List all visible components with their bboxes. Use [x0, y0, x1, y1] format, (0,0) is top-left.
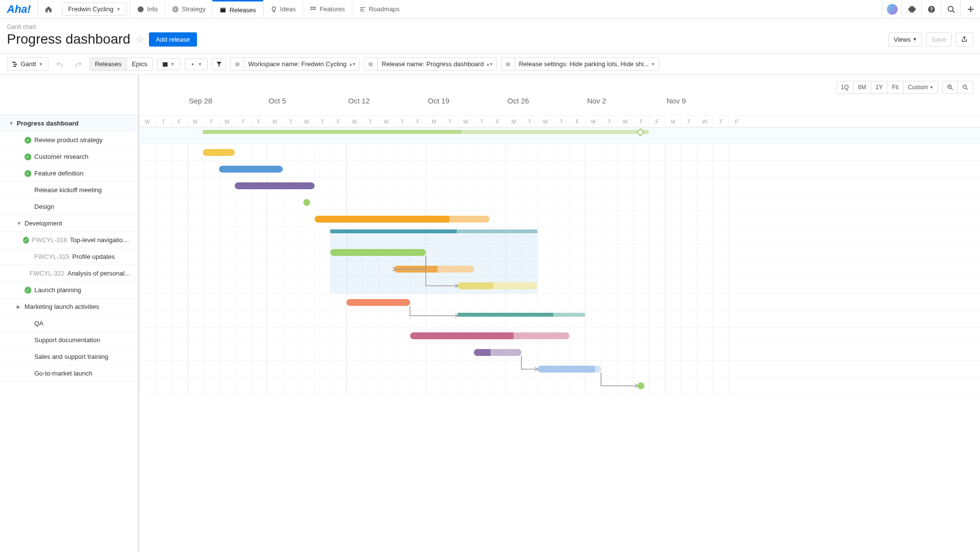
add-button[interactable] — [960, 0, 980, 18]
task-label: Progress dashboard — [17, 120, 78, 127]
task-row-r13[interactable]: Support documentation — [0, 332, 138, 349]
gantt-row[interactable] — [139, 294, 980, 311]
gantt-bar[interactable] — [394, 266, 474, 273]
task-row-r2[interactable]: ✓Customer research — [0, 149, 138, 165]
gantt-row[interactable] — [139, 227, 980, 244]
task-row-r9[interactable]: FWCYL-322Analysis of personal race g... — [0, 265, 138, 282]
zoom-1y[interactable]: 1Y — [871, 81, 887, 93]
filter-label[interactable]: Release name: Progress dashboard▲▼ — [378, 58, 496, 70]
undo-button[interactable] — [52, 58, 67, 70]
task-row-r4[interactable]: Release kickoff meeting — [0, 182, 138, 199]
day-header-cell: F — [171, 116, 187, 127]
task-row-r11[interactable]: ▶Marketing launch activities — [0, 299, 138, 315]
gantt-row[interactable] — [139, 194, 980, 211]
epics-toggle[interactable]: Epics — [127, 57, 153, 71]
nav-ideas[interactable]: Ideas — [263, 0, 303, 18]
zoom-out[interactable] — [957, 81, 973, 93]
releases-toggle[interactable]: Releases — [90, 57, 127, 71]
chevron-down-icon[interactable]: ▼ — [17, 221, 22, 226]
zoom-custom[interactable]: Custom▼ — [903, 81, 938, 93]
phase-header-bar[interactable] — [330, 229, 538, 233]
svg-point-25 — [192, 63, 193, 65]
gantt-bar[interactable] — [203, 149, 235, 156]
nav-releases[interactable]: Releases — [212, 0, 263, 18]
task-row-r15[interactable]: Go-to-market launch — [0, 365, 138, 382]
logo[interactable]: Aha! — [0, 0, 38, 18]
chevron-right-icon[interactable]: ▶ — [17, 304, 22, 309]
gantt-bar[interactable] — [538, 366, 601, 373]
zoom-1q[interactable]: 1Q — [836, 81, 853, 93]
calendar-small-icon — [162, 61, 168, 67]
gantt-bar[interactable] — [219, 166, 283, 173]
gantt-row[interactable] — [139, 244, 980, 261]
redo-button[interactable] — [71, 58, 86, 70]
nav-features[interactable]: Features — [302, 0, 351, 18]
task-row-r6[interactable]: ▼Development — [0, 215, 138, 232]
zoom-fit[interactable]: Fit — [887, 81, 903, 93]
day-header-cell: W — [298, 116, 315, 127]
zoom-6m[interactable]: 6M — [853, 81, 871, 93]
task-row-r10[interactable]: ✓Launch planning — [0, 282, 138, 299]
week-label: Nov 9 — [667, 97, 686, 105]
gantt-row[interactable] — [139, 261, 980, 277]
svg-rect-10 — [313, 8, 314, 10]
favorite-toggle[interactable]: ☆ — [135, 33, 144, 45]
svg-rect-21 — [12, 62, 16, 63]
gantt-bar[interactable] — [315, 216, 490, 223]
task-row-r3[interactable]: ✓Feature definition — [0, 165, 138, 182]
gantt-bar[interactable] — [346, 299, 410, 306]
settings-button[interactable] — [902, 0, 921, 18]
zoom-in[interactable] — [943, 81, 957, 93]
home-button[interactable] — [38, 0, 59, 18]
release-header-bar[interactable] — [203, 130, 649, 134]
week-label: Sep 28 — [189, 97, 213, 105]
gantt-row[interactable] — [139, 277, 980, 294]
gantt-row[interactable] — [139, 144, 980, 161]
gantt-bar[interactable] — [474, 349, 522, 356]
date-picker-button[interactable]: ▼ — [157, 58, 180, 70]
help-button[interactable]: ? — [921, 0, 941, 18]
save-button[interactable]: Save — [926, 32, 952, 47]
milestone-dot[interactable] — [303, 199, 310, 206]
task-row-r1[interactable]: ✓Review product strategy — [0, 132, 138, 149]
gantt-bar[interactable] — [330, 249, 426, 256]
share-button[interactable] — [956, 32, 973, 47]
filter-button[interactable] — [212, 58, 226, 70]
gantt-row[interactable] — [139, 377, 980, 394]
filter-label[interactable]: Release settings: Hide parking lots, Hid… — [515, 58, 659, 70]
task-row-r14[interactable]: Sales and support training — [0, 349, 138, 365]
svg-rect-23 — [13, 66, 16, 67]
task-row-r0[interactable]: ▼Progress dashboard — [0, 115, 138, 132]
task-row-r12[interactable]: QA — [0, 315, 138, 332]
task-row-r8[interactable]: FWCYL-315Profile updates — [0, 249, 138, 265]
nav-strategy[interactable]: Strategy — [165, 0, 212, 18]
user-avatar[interactable] — [882, 0, 902, 18]
task-label: Customer research — [34, 153, 89, 160]
add-release-button[interactable]: Add release — [149, 32, 196, 47]
task-row-r5[interactable]: Design — [0, 199, 138, 215]
timeline-pane[interactable]: Sep 28Oct 5Oct 12Oct 19Oct 26Nov 2Nov 9 … — [139, 75, 980, 552]
filter-remove[interactable]: ⊗ — [501, 58, 515, 70]
filter-remove[interactable]: ⊗ — [364, 58, 378, 70]
chevron-down-icon[interactable]: ▼ — [9, 121, 14, 126]
views-button[interactable]: Views▼ — [888, 32, 922, 47]
phase-header-bar[interactable] — [458, 313, 585, 317]
svg-rect-6 — [311, 6, 312, 8]
gantt-bar[interactable] — [235, 182, 315, 189]
nav-info[interactable]: Info — [130, 0, 165, 18]
filter-remove[interactable]: ⊗ — [231, 58, 245, 70]
gantt-row[interactable] — [139, 344, 980, 361]
gantt-row[interactable] — [139, 211, 980, 227]
filter-label[interactable]: Workspace name: Fredwin Cycling▲▼ — [245, 58, 359, 70]
gantt-view-button[interactable]: Gantt▼ — [7, 57, 49, 71]
redo-icon — [75, 61, 82, 68]
settings-dropdown[interactable]: ▼ — [184, 58, 208, 70]
gantt-bar[interactable] — [458, 282, 538, 289]
task-row-r7[interactable]: ✓FWCYL-318Top-level navigation re... — [0, 232, 138, 249]
nav-roadmaps[interactable]: Roadmaps — [352, 0, 407, 18]
day-header-cell: M — [267, 116, 283, 127]
day-header-cell: W — [538, 116, 554, 127]
gantt-bar[interactable] — [410, 332, 569, 339]
search-button[interactable] — [941, 0, 960, 18]
workspace-selector[interactable]: Fredwin Cycling▼ — [62, 2, 127, 16]
